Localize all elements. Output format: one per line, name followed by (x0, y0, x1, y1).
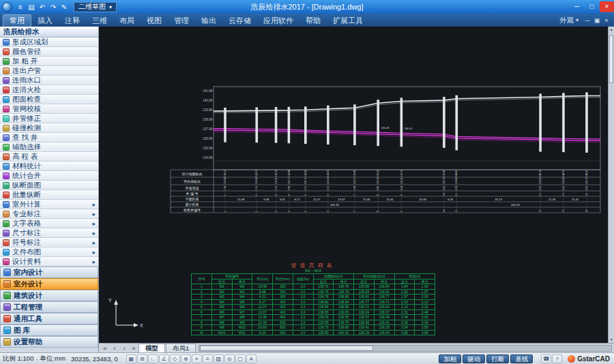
vertical-scroll-thumb[interactable] (609, 35, 613, 83)
ribbon-tab-5[interactable]: 布局 (113, 15, 141, 27)
model-tab[interactable]: 模型 (138, 344, 165, 352)
sidebar-section-5[interactable]: 通用工具 (0, 313, 98, 324)
sidebar-tool-item[interactable]: 高 程 表 (0, 152, 98, 162)
cycle-select-icon[interactable]: ◎ (224, 354, 235, 363)
sidebar-submenu-item[interactable]: 设计资料▸ (0, 257, 98, 267)
sidebar-tool-item[interactable]: 连出户管 (0, 66, 98, 76)
scroll-up-icon[interactable]: ▲ (609, 27, 614, 33)
doc-close-button[interactable]: × (602, 17, 611, 24)
sidebar-section-4[interactable]: 工程管理 (0, 301, 98, 313)
ribbon-tab-10[interactable]: 应用软件 (257, 15, 299, 27)
sidebar-tool-item[interactable]: 辅助选择 (0, 142, 98, 152)
redo-icon[interactable]: ↷ (48, 3, 59, 11)
sidebar-submenu-item[interactable]: 室外计算▸ (0, 200, 98, 209)
design-data-icon (3, 258, 10, 265)
ribbon-tab-12[interactable]: 扩展工具 (327, 15, 369, 27)
sidebar-submenu-item[interactable]: 文字表格▸ (0, 219, 98, 228)
ribbon-tab-8[interactable]: 输出 (195, 15, 222, 27)
sidebar-tool-item[interactable]: 形成区域划 (0, 37, 98, 47)
voice-assist-icon[interactable]: ☎ (541, 354, 551, 363)
sidebar-tool-item[interactable]: 井管修正 (0, 114, 98, 123)
sidebar-section-6[interactable]: 图 库 (0, 324, 98, 336)
quick-access-toolbar: ≡▤↶↷✎ (15, 3, 70, 11)
ribbon-tab-9[interactable]: 云存储 (222, 15, 257, 27)
close-button[interactable]: × (600, 1, 614, 12)
sidebar-tool-item[interactable]: 碰撞检测 (0, 123, 98, 133)
brand-label: GstarCAD (577, 355, 610, 363)
doc-restore-button[interactable]: ▣ (592, 17, 602, 24)
prev-layout-button[interactable]: ‹ (110, 344, 119, 352)
vertical-scroll-track[interactable] (609, 33, 614, 337)
ribbon-tab-4[interactable]: 三维 (86, 15, 113, 27)
appearance-menu[interactable]: 外观 ▾ (559, 16, 579, 25)
lineweight-icon[interactable]: ≡ (203, 354, 213, 363)
sidebar-tool-item[interactable]: 颜色管径 (0, 47, 98, 57)
stats-merge-icon (3, 172, 10, 179)
help-icon[interactable]: ? (552, 354, 562, 363)
model-space[interactable]: 141.00140.00139.00138.00137.00136.00135.… (99, 27, 608, 343)
table-subheader-cell: 终点 (415, 279, 435, 284)
sidebar-tool-item[interactable]: 管网校核 (0, 104, 98, 114)
transparency-icon[interactable]: ▨ (214, 354, 224, 363)
ribbon-tab-2[interactable]: 插入 (31, 15, 59, 27)
sidebar-tool-item[interactable]: 连消火栓 (0, 85, 98, 95)
ribbon-tab-3[interactable]: 注释 (59, 15, 86, 27)
sidebar-section-2[interactable]: 室外设计 (0, 278, 98, 290)
vertical-scrollbar[interactable]: ▲ ▼ (608, 27, 614, 343)
sidebar-tool-item[interactable]: 批量纵断 (0, 190, 98, 200)
next-layout-button[interactable]: › (119, 344, 129, 352)
sidebar-section-1[interactable]: 室内设计 (0, 267, 98, 278)
sidebar-submenu-item[interactable]: 符号标注▸ (0, 238, 98, 247)
app-logo-icon[interactable] (2, 2, 12, 12)
sidebar-submenu-item[interactable]: 专业标注▸ (0, 209, 98, 219)
workspace-dropdown[interactable]: 二维草图 ▾ (74, 2, 117, 12)
sidebar-section-3[interactable]: 建筑设计 (0, 290, 98, 301)
dyn-input-icon[interactable]: ⌖ (192, 354, 202, 363)
sidebar-tool-item[interactable]: 查 找 井 (0, 133, 98, 142)
annotation-scale-icon[interactable]: ▢ (235, 354, 246, 363)
osnap-icon[interactable]: ◇ (170, 354, 180, 363)
snap-icon[interactable]: ⊞ (137, 354, 147, 363)
ribbon-tab-6[interactable]: 视图 (141, 15, 168, 27)
polar-track-icon[interactable]: ∠ (159, 354, 169, 363)
doc-minimize-button[interactable]: ─ (583, 17, 592, 24)
sidebar-tool-item[interactable]: 材料统计 (0, 162, 98, 171)
sidebar-submenu-item[interactable]: 文件布图▸ (0, 247, 98, 257)
statusbar-toggle-4[interactable]: 基线 (510, 354, 533, 363)
last-layout-button[interactable]: » (129, 344, 138, 352)
sidebar-tool-item[interactable]: 纵断面图 (0, 181, 98, 190)
horizontal-scrollbar[interactable] (199, 345, 612, 352)
sidebar-section-7[interactable]: 设置帮助 (0, 336, 98, 348)
layout-tab[interactable]: 布局1 (166, 344, 196, 352)
save-icon[interactable]: ▤ (26, 3, 37, 11)
minimize-button[interactable]: ─ (570, 1, 584, 12)
scroll-down-icon[interactable]: ▼ (609, 337, 614, 343)
maximize-button[interactable]: □ (585, 1, 599, 12)
statusbar-toggle-1[interactable]: 加粗 (439, 354, 461, 363)
sidebar-tool-item[interactable]: 连雨水口 (0, 76, 98, 85)
grid-icon[interactable]: ▦ (126, 354, 136, 363)
ortho-icon[interactable]: ∟ (148, 354, 158, 363)
svg-text:11.44: 11.44 (386, 198, 394, 201)
undo-icon[interactable]: ↶ (37, 3, 48, 11)
statusbar-toggle-3[interactable]: 打断 (486, 354, 509, 363)
sidebar-tool-item[interactable]: 图面检查 (0, 95, 98, 104)
sidebar-tool-item[interactable]: 统计合并 (0, 171, 98, 181)
ribbon-tab-1[interactable]: 常用 (3, 14, 31, 27)
annotation-visibility-icon[interactable]: A (246, 354, 257, 363)
svg-text:井 编 号: 井 编 号 (186, 192, 199, 196)
otrack-icon[interactable]: ⊕ (181, 354, 191, 363)
submenu-label: 符号标注 (12, 238, 41, 247)
ribbon-tab-7[interactable]: 管理 (168, 15, 195, 27)
first-layout-button[interactable]: « (100, 344, 110, 352)
plot-icon[interactable]: ✎ (59, 3, 70, 11)
sidebar-submenu-item[interactable]: 尺寸标注▸ (0, 228, 98, 238)
app-menu-icon[interactable]: ≡ (15, 3, 26, 11)
ribbon-tab-11[interactable]: 帮助 (299, 15, 327, 27)
svg-text:13.07: 13.07 (338, 198, 345, 201)
tool-label: 加 粗 开 (12, 57, 38, 66)
sidebar-tool-item[interactable]: 加 粗 开 (0, 57, 98, 66)
horizontal-scroll-thumb[interactable] (200, 346, 373, 351)
submenu-arrow-icon: ▸ (92, 258, 96, 265)
statusbar-toggle-2[interactable]: 驱动 (463, 354, 485, 363)
